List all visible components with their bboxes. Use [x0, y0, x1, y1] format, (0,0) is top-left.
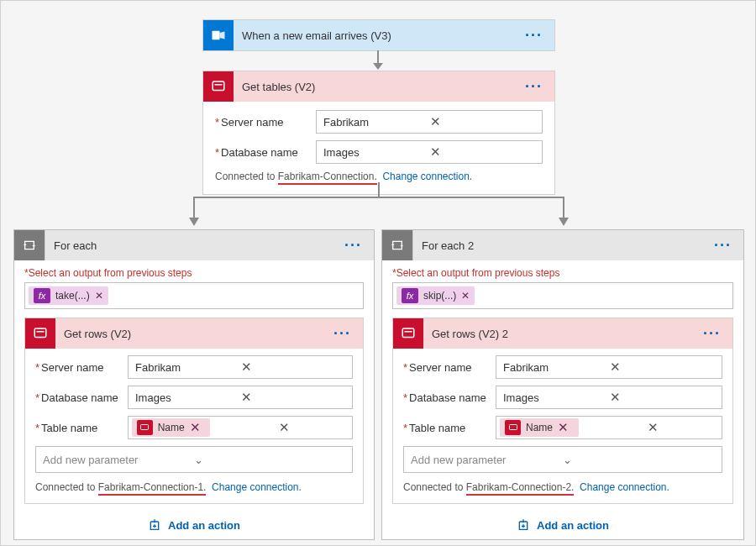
clear-icon[interactable]: ✕ — [241, 390, 347, 405]
svg-rect-0 — [213, 31, 220, 40]
svg-rect-7 — [34, 328, 46, 338]
flow-canvas: When a new email arrives (V3) ··· Get ta… — [0, 0, 756, 546]
svg-marker-6 — [559, 218, 569, 226]
foreach1-title: For each — [45, 239, 339, 252]
remove-pill-icon[interactable]: ✕ — [190, 420, 206, 435]
sql-icon — [137, 420, 153, 435]
svg-rect-4 — [215, 84, 223, 86]
branch-arrows — [1, 182, 756, 229]
clear-icon[interactable]: ✕ — [648, 420, 717, 435]
foreach2-more-button[interactable]: ··· — [709, 237, 737, 255]
table-name-input[interactable]: Name ✕ ✕ — [128, 416, 353, 439]
clear-icon[interactable]: ✕ — [241, 360, 347, 375]
outlook-icon — [203, 20, 234, 50]
server-name-label: Server name — [403, 361, 496, 374]
remove-pill-icon[interactable]: ✕ — [461, 290, 470, 302]
foreach1-more-button[interactable]: ··· — [339, 237, 367, 255]
svg-rect-11 — [405, 331, 412, 333]
add-parameter-dropdown[interactable]: Add new parameter ⌄ — [35, 446, 353, 473]
foreach1-output-input[interactable]: fx take(...) ✕ — [24, 282, 364, 309]
loop-icon — [14, 230, 45, 260]
table-name-input[interactable]: Name ✕ ✕ — [496, 416, 722, 439]
foreach2-title: For each 2 — [413, 239, 709, 252]
trigger-card[interactable]: When a new email arrives (V3) ··· — [202, 19, 555, 51]
svg-marker-5 — [189, 218, 199, 226]
add-action-button[interactable]: Add an action — [382, 511, 743, 539]
add-action-button[interactable]: Add an action — [14, 511, 374, 539]
clear-icon[interactable]: ✕ — [430, 144, 537, 160]
database-name-label: Database name — [215, 146, 316, 159]
dynamic-content-pill[interactable]: Name ✕ — [132, 418, 210, 437]
svg-rect-10 — [402, 328, 414, 338]
remove-pill-icon[interactable]: ✕ — [95, 290, 103, 302]
change-connection-link[interactable]: Change connection. — [212, 481, 302, 493]
foreach2-card[interactable]: For each 2 ··· *Select an output from pr… — [381, 229, 744, 540]
database-name-label: Database name — [35, 391, 128, 404]
database-name-input[interactable]: Images ✕ — [128, 386, 353, 409]
trigger-title: When a new email arrives (V3) — [234, 29, 520, 42]
server-name-input[interactable]: Fabrikam ✕ — [316, 110, 543, 134]
loop-icon — [382, 230, 413, 260]
foreach2-output-input[interactable]: fx skip(...) ✕ — [392, 282, 733, 309]
database-name-input[interactable]: Images ✕ — [496, 386, 722, 409]
table-name-label: Table name — [403, 422, 496, 434]
change-connection-link[interactable]: Change connection. — [382, 171, 472, 182]
server-name-label: Server name — [215, 116, 316, 129]
fx-icon: fx — [34, 288, 50, 303]
table-name-label: Table name — [35, 422, 128, 434]
getrows1-card[interactable]: Get rows (V2) ··· Server name Fabrikam ✕… — [24, 318, 364, 504]
getrows2-card[interactable]: Get rows (V2) 2 ··· Server name Fabrikam… — [392, 318, 733, 504]
add-icon — [148, 518, 161, 532]
clear-icon[interactable]: ✕ — [279, 420, 347, 435]
clear-icon[interactable]: ✕ — [430, 114, 537, 129]
getrows2-title: Get rows (V2) 2 — [423, 328, 698, 340]
add-parameter-dropdown[interactable]: Add new parameter ⌄ — [403, 446, 722, 473]
server-name-input[interactable]: Fabrikam ✕ — [128, 355, 353, 379]
svg-rect-12 — [509, 425, 517, 430]
add-icon — [517, 518, 530, 532]
svg-rect-3 — [213, 81, 224, 91]
svg-rect-8 — [37, 331, 45, 333]
expression-pill[interactable]: fx take(...) ✕ — [29, 286, 108, 305]
connection-line: Connected to Fabrikam-Connection-2. Chan… — [403, 481, 722, 493]
arrow-icon — [370, 50, 386, 71]
server-name-input[interactable]: Fabrikam ✕ — [496, 355, 722, 379]
connection-line: Connected to Fabrikam-Connection. Change… — [215, 171, 543, 182]
expression-pill[interactable]: fx skip(...) ✕ — [396, 286, 475, 305]
getrows2-more-button[interactable]: ··· — [698, 325, 726, 343]
foreach1-card[interactable]: For each ··· *Select an output from prev… — [13, 229, 375, 540]
getrows1-more-button[interactable]: ··· — [328, 325, 356, 343]
sql-icon — [393, 318, 423, 349]
get-tables-title: Get tables (V2) — [234, 81, 520, 93]
getrows1-title: Get rows (V2) — [55, 328, 328, 340]
clear-icon[interactable]: ✕ — [610, 360, 717, 375]
dynamic-content-pill[interactable]: Name ✕ — [500, 418, 579, 437]
sql-icon — [203, 71, 234, 102]
database-name-label: Database name — [403, 391, 496, 404]
get-tables-more-button[interactable]: ··· — [520, 78, 548, 96]
chevron-down-icon: ⌄ — [194, 454, 345, 466]
change-connection-link[interactable]: Change connection. — [580, 481, 669, 493]
server-name-label: Server name — [35, 361, 128, 374]
fx-icon: fx — [402, 288, 418, 303]
sql-icon — [25, 318, 55, 349]
get-tables-card[interactable]: Get tables (V2) ··· Server name Fabrikam… — [202, 71, 555, 195]
database-name-input[interactable]: Images ✕ — [316, 140, 543, 164]
remove-pill-icon[interactable]: ✕ — [558, 420, 574, 435]
chevron-down-icon: ⌄ — [563, 454, 715, 466]
connection-line: Connected to Fabrikam-Connection-1. Chan… — [35, 481, 353, 493]
svg-marker-2 — [373, 63, 383, 70]
svg-rect-9 — [141, 425, 149, 430]
sql-icon — [505, 420, 521, 435]
clear-icon[interactable]: ✕ — [610, 390, 717, 405]
trigger-more-button[interactable]: ··· — [520, 27, 548, 45]
